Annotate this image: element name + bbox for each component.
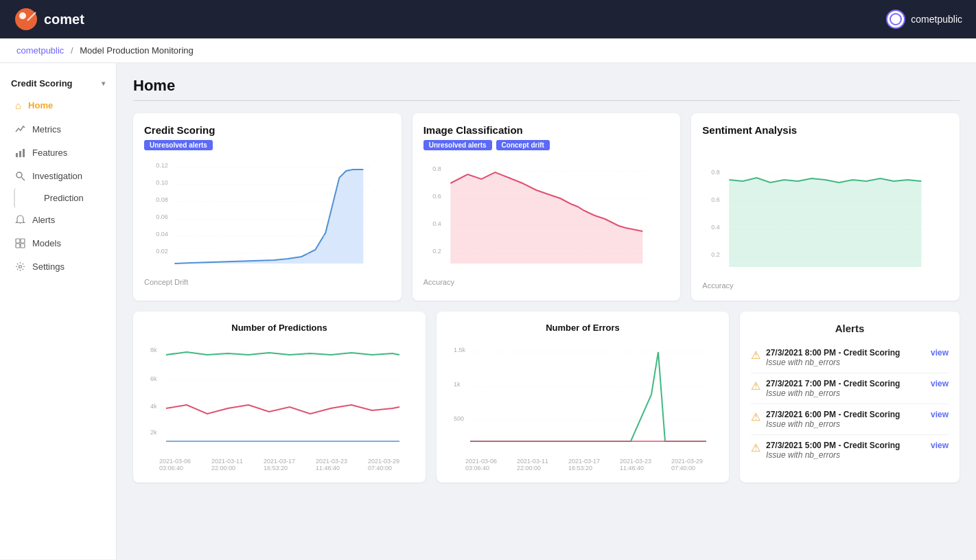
breadcrumb-separator: / (71, 45, 73, 56)
bottom-row: Number of Predictions 8k 6k 4k 2k (133, 312, 960, 482)
cards-row: Credit Scoring Unresolved alerts 0.12 0.… (133, 113, 960, 301)
breadcrumb-current: Model Production Monitoring (80, 45, 193, 56)
svg-text:0.06: 0.06 (156, 213, 168, 220)
x-label-2: 2021-03-1122:00:00 (517, 458, 548, 471)
svg-text:500: 500 (454, 415, 464, 422)
svg-text:0.8: 0.8 (432, 165, 441, 172)
user-menu[interactable]: cometpublic (886, 10, 962, 29)
x-label-5: 2021-03-2907:40:00 (671, 458, 703, 471)
svg-rect-8 (16, 239, 20, 243)
alert-warning-icon: ⚠ (751, 410, 760, 423)
chart-label: Accuracy (702, 281, 949, 290)
svg-rect-2 (16, 153, 18, 157)
breadcrumb-link[interactable]: cometpublic (16, 45, 64, 56)
x-label-1: 2021-03-0603:06:40 (159, 458, 191, 471)
svg-rect-10 (16, 244, 20, 248)
card-badges (702, 140, 949, 154)
sidebar-section[interactable]: Credit Scoring ▾ (0, 71, 116, 93)
svg-text:2k: 2k (150, 429, 157, 436)
sidebar-item-models[interactable]: Models (4, 232, 112, 255)
comet-logo-icon (14, 7, 38, 32)
svg-point-0 (15, 8, 37, 30)
card-title: Image Classification (423, 124, 670, 136)
settings-icon (15, 261, 25, 272)
svg-text:0.2: 0.2 (712, 251, 721, 258)
svg-text:0.2: 0.2 (432, 248, 441, 255)
svg-rect-11 (21, 244, 25, 248)
svg-text:0.12: 0.12 (156, 162, 168, 169)
alert-warning-icon: ⚠ (751, 380, 760, 393)
sidebar-item-label: Home (28, 100, 53, 110)
alert-view-link[interactable]: view (931, 379, 949, 388)
svg-point-1 (19, 12, 26, 19)
sidebar-item-home[interactable]: ⌂ Home (4, 93, 112, 117)
sidebar-item-label: Settings (32, 261, 65, 272)
page-divider (133, 100, 960, 101)
sidebar-item-prediction[interactable]: Prediction (14, 188, 112, 208)
logo-text: comet (44, 12, 84, 27)
alert-sub: Issue with nb_errors (766, 419, 925, 429)
home-icon: ⌂ (15, 100, 21, 111)
sidebar-item-alerts[interactable]: Alerts (4, 209, 112, 231)
svg-text:0.6: 0.6 (712, 196, 721, 203)
svg-text:6k: 6k (150, 375, 157, 382)
x-label-4: 2021-03-2311:46:40 (620, 458, 651, 471)
alert-sub: Issue with nb_errors (766, 388, 925, 398)
card-image-classification: Image Classification Unresolved alerts C… (413, 113, 681, 301)
alert-item: ⚠ 27/3/2021 6:00 PM - Credit Scoring Iss… (751, 404, 949, 435)
svg-text:0.08: 0.08 (156, 196, 168, 203)
alert-view-link[interactable]: view (931, 348, 949, 358)
alert-sub: Issue with nb_errors (766, 450, 925, 460)
alert-info: 27/3/2021 8:00 PM - Credit Scoring Issue… (766, 348, 925, 367)
main-content: Home Credit Scoring Unresolved alerts 0.… (117, 63, 976, 559)
user-avatar (886, 10, 905, 29)
sidebar-item-metrics[interactable]: Metrics (4, 118, 112, 141)
x-label-2: 2021-03-1122:00:00 (211, 458, 243, 471)
alerts-panel-title: Alerts (751, 323, 949, 334)
metrics-icon (15, 124, 25, 135)
investigation-icon (15, 171, 25, 181)
svg-text:0.04: 0.04 (156, 231, 168, 237)
alert-sub: Issue with nb_errors (766, 358, 925, 367)
alert-info: 27/3/2021 6:00 PM - Credit Scoring Issue… (766, 410, 925, 429)
alerts-icon (15, 215, 25, 225)
card-title: Number of Predictions (144, 323, 415, 333)
card-title: Number of Errors (448, 323, 718, 333)
sidebar-item-label: Alerts (32, 215, 55, 225)
alerts-list: ⚠ 27/3/2021 8:00 PM - Credit Scoring Iss… (751, 342, 949, 465)
card-title: Credit Scoring (144, 124, 391, 136)
logo[interactable]: comet (14, 7, 84, 32)
svg-rect-4 (23, 149, 25, 157)
card-num-errors: Number of Errors 1.5k 1k 500 2021-03-060… (437, 312, 729, 482)
x-label-5: 2021-03-2907:40:00 (368, 458, 399, 471)
x-label-4: 2021-03-2311:46:40 (316, 458, 347, 471)
image-classification-chart: 0.8 0.6 0.4 0.2 (423, 157, 670, 274)
badge-concept-drift: Concept drift (496, 140, 550, 150)
alert-header: 27/3/2021 6:00 PM - Credit Scoring (766, 410, 925, 419)
x-label-1: 2021-03-0603:06:40 (465, 458, 497, 471)
predictions-chart: 8k 6k 4k 2k (144, 340, 415, 456)
badge-unresolved-alerts: Unresolved alerts (144, 140, 213, 150)
alert-warning-icon: ⚠ (751, 441, 760, 454)
card-title: Sentiment Analysis (702, 124, 949, 136)
svg-point-5 (16, 172, 22, 178)
sidebar-item-settings[interactable]: Settings (4, 255, 112, 278)
breadcrumb: cometpublic / Model Production Monitorin… (0, 38, 976, 63)
app-layout: Credit Scoring ▾ ⌂ Home Metrics Features… (0, 63, 976, 559)
alert-view-link[interactable]: view (931, 410, 949, 419)
sidebar-item-label: Investigation (32, 171, 82, 181)
sidebar-item-features[interactable]: Features (4, 141, 112, 164)
alert-info: 27/3/2021 7:00 PM - Credit Scoring Issue… (766, 379, 925, 398)
alerts-panel: Alerts ⚠ 27/3/2021 8:00 PM - Credit Scor… (740, 312, 960, 482)
alert-warning-icon: ⚠ (751, 349, 760, 362)
svg-text:0.4: 0.4 (712, 224, 721, 231)
sidebar-item-label: Metrics (32, 124, 61, 135)
alert-view-link[interactable]: view (931, 441, 949, 450)
sidebar-item-label: Features (32, 148, 67, 158)
sidebar-item-investigation[interactable]: Investigation (4, 165, 112, 187)
svg-text:1.5k: 1.5k (454, 347, 466, 353)
features-icon (15, 148, 25, 158)
sentiment-analysis-chart: 0.8 0.6 0.4 0.2 (702, 161, 949, 277)
topnav: comet cometpublic (0, 0, 976, 38)
svg-text:1k: 1k (454, 381, 461, 388)
